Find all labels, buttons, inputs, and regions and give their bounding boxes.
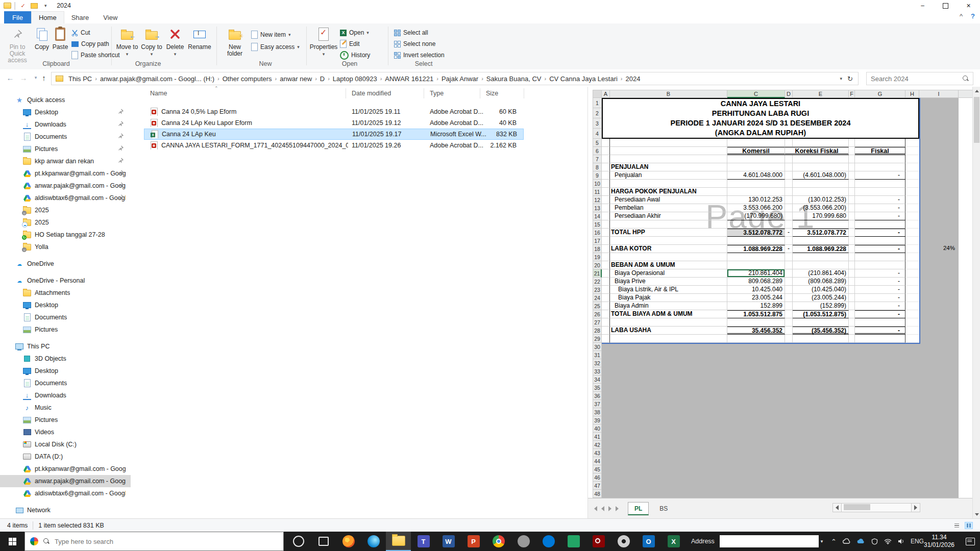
row-header-47[interactable]: 47 [593, 482, 602, 490]
sidebar-item-ho-setiap-tanggal-27-28[interactable]: ↻HO Setiap tanggal 27-28 [0, 229, 131, 241]
taskbar-icon-powerpoint[interactable]: P [461, 532, 486, 551]
open-button[interactable]: X Open▾ [340, 28, 369, 38]
row-header-32[interactable]: 32 [593, 359, 602, 367]
row-header-12[interactable]: 12 [593, 196, 602, 204]
row-header-23[interactable]: 23 [593, 286, 602, 294]
cell-G20[interactable] [855, 261, 905, 269]
file-row[interactable]: Canna 24 0,5% Lap Eform11/01/2025 19.11A… [144, 106, 524, 117]
sidebar-item-downloads[interactable]: ↓Downloads [0, 118, 131, 131]
cell-G28[interactable]: - [855, 327, 905, 335]
cell-C7[interactable] [727, 155, 785, 163]
cell-B23[interactable]: Biaya Listrik, Air & IPL [610, 286, 727, 294]
breadcrumb-separator-icon[interactable]: › [435, 76, 439, 82]
cell-A5[interactable] [602, 139, 610, 147]
sidebar-item-pt-kkpanwar-gmail-com-googl[interactable]: pt.kkpanwar@gmail.com - Googl... ( [0, 167, 131, 180]
cell-E16[interactable]: 3.512.078.772 [793, 229, 849, 237]
sidebar-item-desktop[interactable]: Desktop [0, 106, 131, 118]
cell-H17[interactable] [905, 237, 919, 245]
row-header-44[interactable]: 44 [593, 457, 602, 465]
sidebar-item-pictures[interactable]: Pictures [0, 323, 131, 336]
row-header-19[interactable]: 19 [593, 253, 602, 261]
address-toolbar-dropdown-icon[interactable]: ▾ [821, 539, 823, 544]
cell-B29[interactable] [610, 335, 727, 343]
sidebar-item-local-disk-c[interactable]: Local Disk (C:) [0, 438, 131, 450]
cell-F23[interactable] [849, 286, 855, 294]
cell-D7[interactable] [785, 155, 793, 163]
rename-button[interactable]: Rename [187, 26, 212, 51]
cell-F12[interactable] [849, 196, 855, 204]
row-header-43[interactable]: 43 [593, 449, 602, 457]
paste-button[interactable]: Paste [51, 26, 69, 51]
column-header-B[interactable]: B [610, 90, 727, 98]
row-header-13[interactable]: 13 [593, 204, 602, 212]
row-header-9[interactable]: 9 [593, 171, 602, 180]
cell-G13[interactable]: - [855, 204, 905, 212]
taskbar-search-input[interactable] [54, 537, 283, 546]
cell-E13[interactable]: (3.553.066.200) [793, 204, 849, 212]
breadcrumb-separator-icon[interactable]: › [94, 76, 98, 82]
address-dropdown-icon[interactable]: ▾ [840, 76, 843, 81]
cell-B20[interactable]: BEBAN ADM & UMUM [610, 261, 727, 269]
new-folder-button[interactable]: ✳ New folder [222, 26, 248, 57]
sidebar-item-videos[interactable]: Videos [0, 426, 131, 438]
cell-C19[interactable] [727, 253, 785, 261]
cell-A25[interactable] [602, 302, 610, 310]
cell-G14[interactable]: - [855, 212, 905, 220]
cell-G21[interactable]: - [855, 269, 905, 278]
cell-C15[interactable] [727, 220, 785, 229]
cell-A19[interactable] [602, 253, 610, 261]
file-row[interactable]: CANNA JAYA LESTARI_FORM_1771_40245510944… [144, 140, 524, 151]
row-header-10[interactable]: 10 [593, 180, 602, 188]
cell-G23[interactable]: - [855, 286, 905, 294]
cell-H26[interactable] [905, 310, 919, 318]
row-header-18[interactable]: 18 [593, 245, 602, 253]
cell-E12[interactable]: (130.012.253) [793, 196, 849, 204]
cell-F18[interactable] [849, 245, 855, 253]
row-header-39[interactable]: 39 [593, 416, 602, 424]
sidebar-item-onedrive[interactable]: ☁OneDrive [0, 258, 131, 270]
cell-A15[interactable] [602, 220, 610, 229]
cell-E24[interactable]: (23.005.244) [793, 294, 849, 302]
row-header-22[interactable]: 22 [593, 278, 602, 286]
copy-to-button[interactable]: → Copy to ▾ [140, 26, 163, 58]
cell-D25[interactable] [785, 302, 793, 310]
sidebar-item-desktop[interactable]: Desktop [0, 365, 131, 377]
cell-B9[interactable]: Penjualan [610, 171, 727, 180]
new-item-button[interactable]: New item▾ [251, 30, 291, 40]
restore-button[interactable] [934, 0, 957, 11]
sidebar-item-documents[interactable]: Documents [0, 311, 131, 323]
row-header-30[interactable]: 30 [593, 343, 602, 351]
taskbar-icon-file-explorer[interactable] [386, 532, 411, 551]
cell-C24[interactable]: 23.005.244 [727, 294, 785, 302]
cell-C23[interactable]: 10.425.040 [727, 286, 785, 294]
cell-A6[interactable] [602, 147, 610, 155]
cell-C5[interactable] [727, 139, 785, 147]
sidebar-item-2025[interactable]: ☁2025 [0, 216, 131, 229]
breadcrumb-separator-icon[interactable]: › [327, 76, 331, 82]
cell-B8[interactable]: PENJUALAN [610, 163, 727, 171]
back-button[interactable]: ← [4, 73, 16, 82]
sort-ascending-icon[interactable]: ⌃ [214, 86, 218, 91]
taskbar-icon-cortana[interactable] [286, 532, 311, 551]
cell-F26[interactable] [849, 310, 855, 318]
cell-C20[interactable] [727, 261, 785, 269]
row-header-35[interactable]: 35 [593, 384, 602, 392]
cell-H9[interactable] [905, 171, 919, 180]
search-box[interactable] [866, 72, 973, 85]
cell-H25[interactable] [905, 302, 919, 310]
cell-A11[interactable] [602, 188, 610, 196]
cell-C13[interactable]: 3.553.066.200 [727, 204, 785, 212]
sidebar-item-music[interactable]: ♪Music [0, 402, 131, 414]
cell-G27[interactable] [855, 318, 905, 327]
cell-E9[interactable]: (4.601.048.000) [793, 171, 849, 180]
cell-H24[interactable] [905, 294, 919, 302]
taskbar-icon-firefox[interactable] [336, 532, 361, 551]
cell-G18[interactable]: - [855, 245, 905, 253]
column-divider[interactable] [424, 88, 424, 98]
cell-E23[interactable]: (10.425.040) [793, 286, 849, 294]
next-sheet-icon[interactable] [608, 506, 611, 511]
taskbar-icon-chrome[interactable] [486, 532, 511, 551]
close-button[interactable]: × [957, 0, 980, 11]
cell-D22[interactable] [785, 278, 793, 286]
cell-F13[interactable] [849, 204, 855, 212]
